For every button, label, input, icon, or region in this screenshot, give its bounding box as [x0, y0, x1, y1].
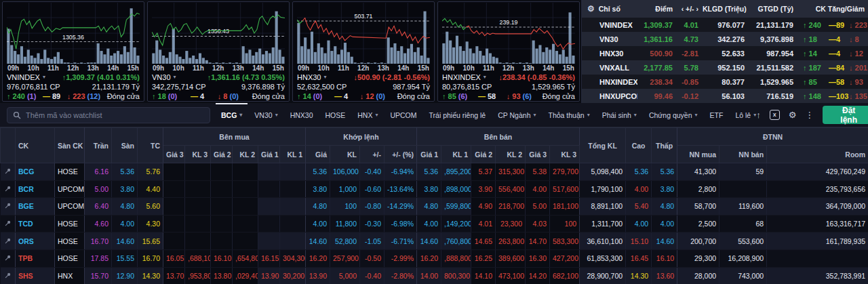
stock-row-ors[interactable]: ORSHOSE16.7014.6015.6514.6052,800-1.05-6… [1, 232, 868, 250]
cell: -2.99% [384, 249, 417, 267]
index-klgd: 52.633 [703, 49, 749, 58]
index-row-vnindex[interactable]: VNINDEX1,309.374.01976.07721,131.179↑ 24… [582, 18, 868, 32]
index-row-hnx30[interactable]: HNX30500.90-2.8152.633987.954↑ 14—4↓ 12 [582, 46, 868, 60]
tab-label: Thỏa thuận [549, 111, 585, 119]
tab-bcg[interactable]: BCG▾ [221, 103, 242, 127]
cell: 161,789,935 [767, 232, 868, 250]
pin-cell[interactable] [1, 198, 16, 216]
pin-cell[interactable] [1, 215, 16, 232]
cell: 13.60 [652, 267, 677, 284]
time-label: 13h [87, 64, 99, 73]
stock-row-tcd[interactable]: TCDHOSE4.604.004.304.0011,800-0.30-6.98%… [1, 215, 868, 232]
cell: HOSE [55, 215, 85, 232]
cell: 473,100 [496, 267, 526, 284]
tab-cp-ngành[interactable]: CP Ngành▾ [498, 103, 536, 127]
tab-lô-lẻ[interactable]: Lô lẻ▾ [735, 103, 756, 127]
chevron-down-icon: ▾ [323, 73, 326, 82]
index-row-vnxall[interactable]: VNXALL2,177.855.78952.15021,511.582↑ 187… [582, 60, 868, 75]
cell: 263,800 [496, 232, 526, 250]
index-name-dropdown[interactable]: VNINDEX▾ [7, 73, 45, 82]
index-klgd: 56.103 [703, 92, 749, 100]
index-adv-dec: ↑ 18—4↓ 8 [797, 35, 868, 43]
index-name: HNXINDEX [582, 78, 637, 86]
cell: 5.36 [652, 163, 677, 181]
down-arrow-icon: ↓ 93 [507, 92, 521, 101]
cell: 16.10 [211, 249, 233, 267]
stock-row-bcr[interactable]: BCRUPCOM5.003.804.403.801,000-0.60-13.64… [1, 180, 868, 198]
time-axis: 09h10h11h12h13h14h15h [7, 64, 140, 73]
tab-etf[interactable]: ETF [710, 103, 724, 127]
index-points: 500.90 [637, 49, 677, 58]
index-header-points[interactable]: Điểm [637, 5, 677, 13]
tab-vn30[interactable]: VN30▾ [254, 103, 277, 127]
col-mua-kl1: KL 1 [280, 146, 306, 163]
pin-cell[interactable] [1, 232, 16, 250]
kebab-menu-icon[interactable]: ⋮ [805, 110, 814, 119]
unchanged-value: 4 [344, 92, 348, 101]
settings-gear-icon[interactable]: ⚙ [789, 110, 797, 119]
tab-upcom[interactable]: UPCOM [390, 103, 416, 127]
col-thap: Thấp [652, 128, 677, 163]
chevron-down-icon: ▾ [695, 112, 698, 118]
pin-cell[interactable] [1, 180, 16, 198]
cell: 14.60 [112, 232, 138, 250]
chart-summary-line1: HNXINDEX▾↓238.34 (-0.85 -0.36%) [442, 73, 575, 82]
index-name-dropdown[interactable]: VN30▾ [152, 73, 176, 82]
cell: 5.37 [471, 163, 496, 181]
cell: 218,700 [496, 198, 526, 216]
excel-export-icon[interactable]: x [770, 110, 780, 120]
gear-icon[interactable]: ⚙ [587, 4, 595, 14]
stock-row-shs[interactable]: SHSHNX15.7012.9014.3013.70,953,80013.80,… [1, 267, 868, 284]
index-name-dropdown[interactable]: HNXINDEX▾ [442, 73, 486, 82]
index-row-hnxindex[interactable]: HNXINDEX238.34-0.8580.3771,529.965↑ 85—5… [582, 75, 868, 89]
stock-row-bcg[interactable]: BCGHOSE6.165.365.765.36106,000-0.40-6.94… [1, 163, 868, 181]
index-name-dropdown[interactable]: HNX30▾ [297, 73, 326, 82]
watchlist-search-input[interactable] [26, 111, 204, 119]
pin-cell[interactable] [1, 249, 16, 267]
index-change: 5.78 [677, 64, 703, 72]
tab-hose[interactable]: HOSE [326, 103, 346, 127]
index-points: 1,361.16 [637, 35, 677, 43]
watchlist-search-box[interactable] [7, 107, 210, 123]
tab-trái-phiếu-riêng-lẻ[interactable]: Trái phiếu riêng lẻ [429, 103, 486, 127]
time-label: 09h [443, 64, 454, 73]
upload-arrow-icon[interactable]: ↑ [756, 110, 761, 119]
cell: 16.10 [652, 249, 677, 267]
index-header-gtgd[interactable]: GTGD (Tỷ) [749, 5, 797, 13]
col-ban-kl2: KL 2 [496, 146, 526, 163]
cell [211, 180, 233, 198]
tab-label: HOSE [326, 111, 346, 119]
cell: ,953,800 [185, 267, 211, 284]
pin-cell[interactable] [1, 163, 16, 181]
chart-summary-line3: ↑ 14(0)—4↓ 12(0)Đóng cửa [297, 92, 430, 101]
place-order-button[interactable]: Đặt lệnh [823, 106, 868, 124]
time-label: 15h [273, 64, 284, 73]
cell: 5,000 [330, 267, 360, 284]
stock-row-tpb[interactable]: TPBHOSE17.8515.5516.7016.05,688,10016.10… [1, 249, 868, 267]
cell [163, 232, 185, 250]
pin-icon [5, 186, 11, 192]
search-icon [13, 111, 21, 119]
index-row-hnxupcominde[interactable]: HNXUPCOMINDE99.46-0.1256.103716.519↑ 148… [582, 89, 868, 103]
cell: 5.40 [626, 198, 652, 216]
index-header-change[interactable]: ‹ +/- › [677, 5, 703, 13]
tab-chứng-quyền[interactable]: Chứng quyền▾ [649, 103, 698, 127]
cell: 5.36 [626, 163, 652, 181]
tab-phái-sinh[interactable]: Phái sinh▾ [602, 103, 637, 127]
index-row-vn30[interactable]: VN301,361.164.73342.2769,376.898↑ 18—4↓ … [582, 32, 868, 46]
toolbar-icons: ↑x⚙⋮ [756, 110, 814, 120]
col-khop-gia: Giá [306, 146, 330, 163]
index-header-klgd[interactable]: KLGD (Triệu) [703, 5, 749, 13]
tab-label: Chứng quyền [649, 111, 692, 119]
cell: 15.10 [626, 232, 652, 250]
cell: 15.65 [138, 232, 163, 250]
cell: 28,900,700 [580, 267, 626, 284]
tab-hnx30[interactable]: HNX30 [290, 103, 313, 127]
tab-hnx[interactable]: HNX▾ [357, 103, 378, 127]
cell: 14.10 [471, 267, 496, 284]
index-change: -0.12 [677, 92, 703, 100]
pin-cell[interactable] [1, 267, 16, 284]
tab-thỏa-thuận[interactable]: Thỏa thuận▾ [549, 103, 590, 127]
market-status-label: Đóng cửa [542, 92, 575, 101]
stock-row-bge[interactable]: BGEUPCOM6.404.805.604.80100-0.80-14.29%4… [1, 198, 868, 216]
